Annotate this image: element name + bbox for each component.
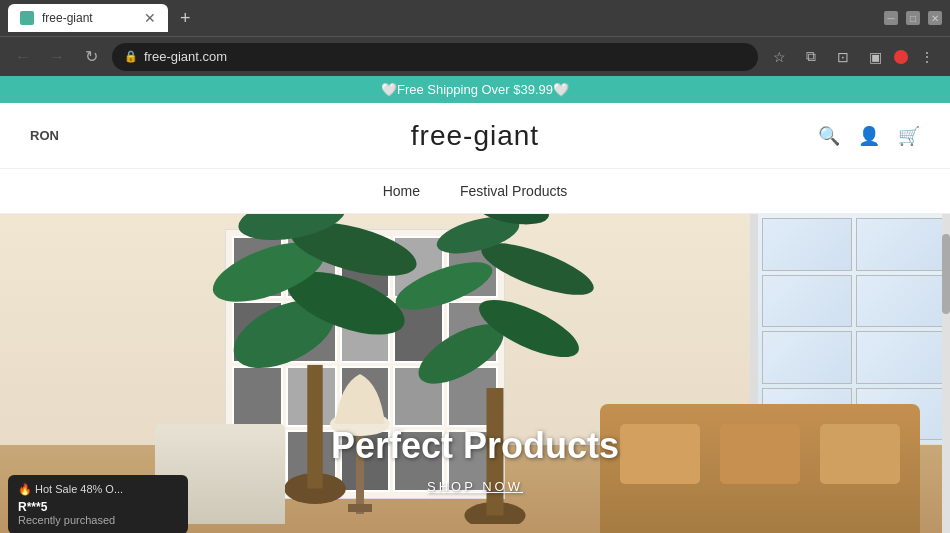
tab-title: free-giant: [42, 11, 93, 25]
promo-text: 🤍Free Shipping Over $39.99🤍: [381, 82, 569, 97]
user-greeting: RON: [30, 128, 110, 143]
notification-popup: 🔥 Hot Sale 48% O... R***5 Recently purch…: [8, 475, 188, 533]
active-tab[interactable]: free-giant ✕: [8, 4, 168, 32]
tab-close-button[interactable]: ✕: [144, 11, 156, 25]
scrollbar-track: [942, 214, 950, 533]
nav-festival-products[interactable]: Festival Products: [460, 181, 567, 201]
browser-window: free-giant ✕ + ─ □ ✕ ← → ↻ 🔒 free-giant.…: [0, 0, 950, 76]
minimize-button[interactable]: ─: [884, 11, 898, 25]
hero-overlay: Perfect Products SHOP NOW: [331, 425, 619, 494]
close-button[interactable]: ✕: [928, 11, 942, 25]
site-nav: Home Festival Products: [0, 168, 950, 214]
bookmark-star-button[interactable]: ☆: [766, 44, 792, 70]
tab-favicon: [20, 11, 34, 25]
nav-home[interactable]: Home: [383, 181, 420, 201]
svg-rect-17: [348, 504, 372, 512]
extensions-button[interactable]: ⧉: [798, 44, 824, 70]
forward-button[interactable]: →: [44, 44, 70, 70]
hero-sofa: [600, 404, 920, 533]
address-input[interactable]: 🔒 free-giant.com: [112, 43, 758, 71]
notification-user: R***5: [18, 500, 178, 514]
notification-sale-text: 🔥 Hot Sale 48% O...: [18, 483, 178, 496]
website-content: 🤍Free Shipping Over $39.99🤍 RON free-gia…: [0, 76, 950, 533]
hero-cta-button[interactable]: SHOP NOW: [331, 479, 619, 494]
more-button[interactable]: ⋮: [914, 44, 940, 70]
window-controls: ─ □ ✕: [884, 11, 942, 25]
search-icon[interactable]: 🔍: [818, 125, 840, 147]
sidebar-button[interactable]: ▣: [862, 44, 888, 70]
account-icon[interactable]: 👤: [858, 125, 880, 147]
header-icons: 🔍 👤 🛒: [840, 125, 920, 147]
browser-titlebar: free-giant ✕ + ─ □ ✕: [0, 0, 950, 36]
notification-subtitle: Recently purchased: [18, 514, 178, 526]
back-button[interactable]: ←: [10, 44, 36, 70]
site-header: RON free-giant 🔍 👤 🛒: [0, 103, 950, 168]
lock-icon: 🔒: [124, 50, 138, 63]
record-icon: [894, 50, 908, 64]
address-bar: ← → ↻ 🔒 free-giant.com ☆ ⧉ ⊡ ▣ ⋮: [0, 36, 950, 76]
scrollbar-thumb[interactable]: [942, 234, 950, 314]
maximize-button[interactable]: □: [906, 11, 920, 25]
reload-button[interactable]: ↻: [78, 44, 104, 70]
new-tab-button[interactable]: +: [172, 8, 199, 29]
profile-button[interactable]: ⊡: [830, 44, 856, 70]
browser-toolbar-icons: ☆ ⧉ ⊡ ▣ ⋮: [766, 44, 940, 70]
svg-rect-9: [307, 365, 322, 489]
site-logo[interactable]: free-giant: [110, 120, 840, 152]
cart-icon[interactable]: 🛒: [898, 125, 920, 147]
hero-section: Perfect Products SHOP NOW 🔥 Hot Sale 48%…: [0, 214, 950, 533]
promo-bar: 🤍Free Shipping Over $39.99🤍: [0, 76, 950, 103]
hero-title: Perfect Products: [331, 425, 619, 467]
url-text: free-giant.com: [144, 49, 227, 64]
tab-bar: free-giant ✕ +: [8, 4, 876, 32]
